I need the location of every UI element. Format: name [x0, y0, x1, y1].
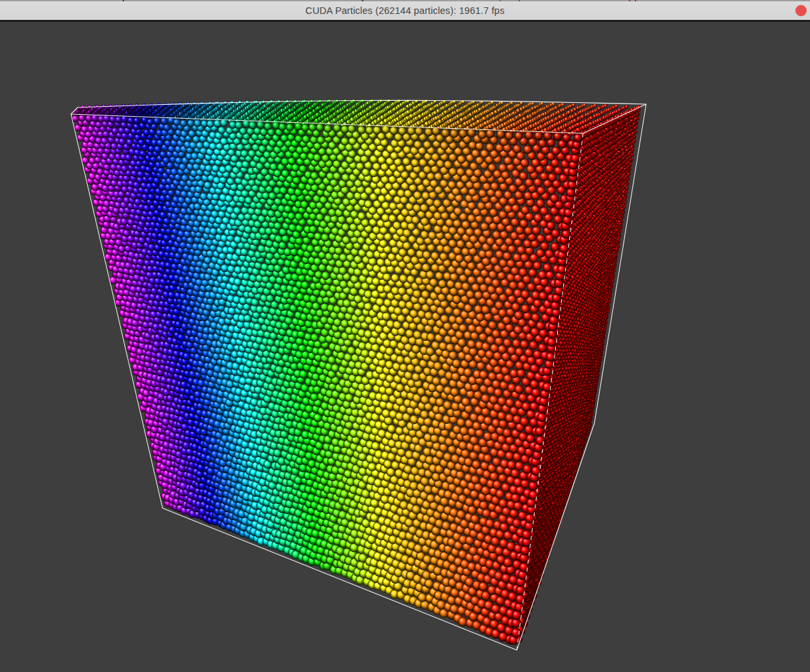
particle-viewport[interactable]	[0, 0, 810, 672]
top-strip-speck	[635, 0, 636, 1]
window-top-strip	[0, 0, 810, 1]
top-strip-speck	[519, 0, 520, 1]
top-strip-speck	[500, 0, 501, 1]
title-bar[interactable]: CUDA Particles (262144 particles): 1961.…	[0, 1, 810, 20]
window-title: CUDA Particles (262144 particles): 1961.…	[305, 5, 504, 16]
titlebar-separator	[0, 20, 810, 22]
application-window: CUDA Particles (262144 particles): 1961.…	[0, 0, 810, 672]
top-strip-speck	[362, 0, 364, 1]
close-button[interactable]	[795, 5, 807, 17]
top-strip-speck	[123, 0, 124, 1]
top-strip-speck	[629, 0, 630, 1]
